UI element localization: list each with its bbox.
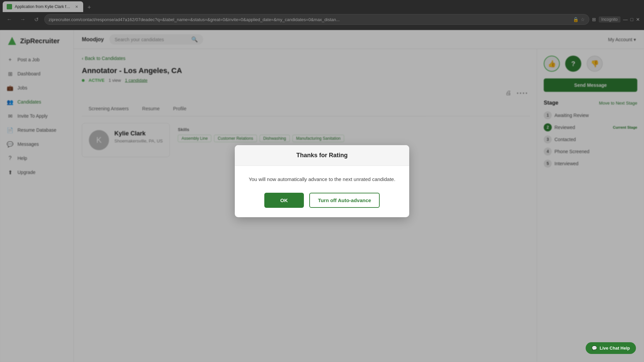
thanks-for-rating-modal: Thanks for Rating You will now automatic… bbox=[235, 145, 409, 217]
turn-off-auto-advance-button[interactable]: Turn off Auto-advance bbox=[309, 193, 380, 208]
modal-actions: OK Turn off Auto-advance bbox=[246, 193, 398, 208]
modal-message: You will now automatically advance to th… bbox=[246, 175, 398, 183]
live-chat-label: Live Chat Help bbox=[600, 346, 630, 351]
modal-header: Thanks for Rating bbox=[235, 145, 409, 166]
modal-overlay: Thanks for Rating You will now automatic… bbox=[0, 0, 644, 362]
modal-body: You will now automatically advance to th… bbox=[235, 166, 409, 217]
turn-off-label: Turn off Auto-advance bbox=[318, 197, 371, 203]
modal-title: Thanks for Rating bbox=[296, 152, 347, 159]
live-chat-button[interactable]: 💬 Live Chat Help bbox=[586, 342, 636, 354]
ok-button[interactable]: OK bbox=[264, 193, 304, 208]
chat-icon: 💬 bbox=[592, 346, 597, 351]
ok-label: OK bbox=[280, 197, 288, 203]
